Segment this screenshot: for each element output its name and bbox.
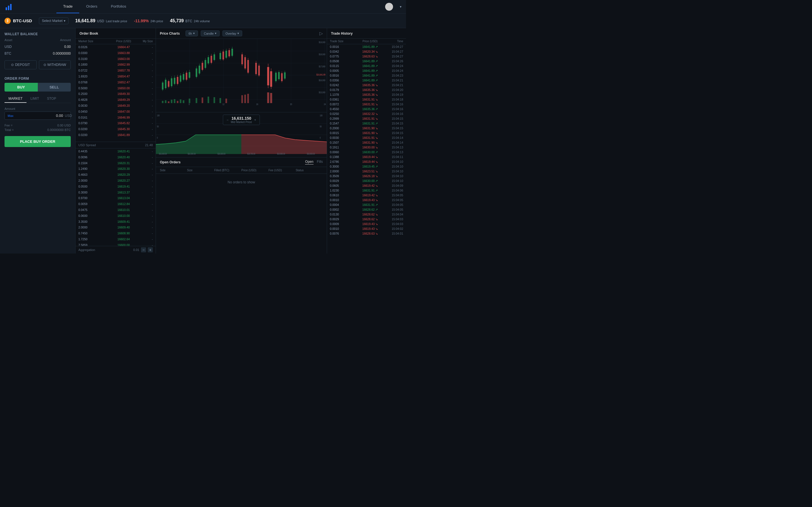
volume-currency: BTC [186,19,192,23]
svg-rect-88 [165,100,167,103]
ask-price: 16664.47 [109,45,139,50]
order-type-limit[interactable]: LIMIT [27,95,43,103]
oo-tab-fills[interactable]: Fills [317,160,323,165]
order-book-bid-row: 0.9700 16613.04 - [75,195,156,201]
bid-size: 0.3000 [79,190,109,195]
trade-time: 15:04:05 [384,193,403,197]
spread-row: USD Spread 21.48 [75,142,156,149]
trade-history-row: 0.0072 16631.91↘ 15:04:16 [327,102,406,107]
ask-price: 16650.00 [109,86,139,91]
trade-history-row: 0.0029 16628.62↘ 15:04:03 [327,217,406,221]
order-type-market[interactable]: MARKET [4,95,27,103]
nav-tab-portfolios[interactable]: Portfolios [104,0,133,13]
aggregation-decrease-button[interactable]: − [141,247,146,252]
trade-history-row: 0.2999 16631.91↘ 15:04:15 [327,116,406,121]
chart-type-selector[interactable]: Candle ▾ [201,31,220,36]
oo-tab-open[interactable]: Open [305,160,313,165]
chart-expand-icon[interactable]: ▷ [319,31,323,36]
trade-price: 16631.91↗ [357,203,384,207]
ask-mysize: - [139,45,153,50]
trade-size: 0.0775 [330,55,357,58]
trade-time: 15:04:13 [384,146,403,149]
wallet-header-asset: Asset [4,38,12,42]
deposit-button[interactable]: ⊙ DEPOSIT [4,60,37,69]
trade-size: 0.0115 [330,64,357,68]
trade-history-row: 0.3000 16619.45↗ 15:04:10 [327,164,406,169]
trade-time: 15:04:15 [384,122,403,125]
bid-size: 0.0475 [79,208,109,212]
amount-input[interactable] [16,114,63,118]
total-value: 0.00000000 BTC [47,128,71,131]
select-market-button[interactable]: ₿ Select Market ▾ [39,17,68,24]
depth-chart-area: 100 50 0 100 50 0 $16,400.00 $16,500.00 … [156,112,327,157]
order-type-stop[interactable]: STOP [43,95,60,103]
market-pair: ₿ BTC-USD [4,18,32,24]
ask-mysize: - [139,92,153,96]
order-book-ask-row: 0.4828 16649.29 - [75,97,156,103]
order-book-bid-row: 0.0096 16620.40 - [75,154,156,160]
direction-icon: ↗ [375,179,378,182]
place-order-button[interactable]: PLACE BUY ORDER [4,136,71,147]
bid-size: 1.7250 [79,237,109,242]
trade-price: 16631.91↘ [357,103,384,106]
trade-price: 16619.43↘ [357,227,384,230]
trade-size: 1.0230 [330,189,357,192]
sell-tab[interactable]: SELL [38,83,71,92]
direction-icon: ↘ [375,222,378,226]
svg-rect-100 [219,98,221,103]
center-panel: Price Charts 6h ▾ Candle ▾ Overlay ▾ ▷ [156,28,327,253]
svg-rect-92 [177,101,179,103]
trade-size: 0.4550 [330,107,357,111]
direction-icon: ↗ [375,45,378,48]
bid-price: 16620.31 [109,161,139,166]
trade-size: 0.0029 [330,217,357,221]
order-book-ask-row: 0.0790 16645.82 - [75,120,156,126]
trade-price: 16631.90↘ [357,131,384,135]
withdraw-button[interactable]: ⊙ WITHDRAW [39,60,71,69]
ob-header-size: Market Size [79,40,109,43]
trade-size: 0.0002 [330,208,357,211]
svg-rect-96 [196,98,197,103]
trade-size: 2.6786 [330,160,357,163]
trade-history-header: Trade Size Price (USD) Time [327,39,406,44]
svg-text:$19,000: $19,000 [319,41,325,44]
trade-history-row: 0.0029 16630.00↗ 15:04:10 [327,178,406,183]
nav-tab-trade[interactable]: Trade [56,0,79,13]
aggregation-increase-button[interactable]: + [148,247,153,252]
trade-price: 16619.44↘ [357,155,384,159]
logo-icon [6,3,11,10]
bid-price: 16612.84 [109,202,139,207]
trade-time: 15:04:27 [384,55,403,58]
bid-price: 16613.37 [109,190,139,195]
total-row: Total = 0.00000000 BTC [4,128,71,132]
svg-text:$16,600.00: $16,600.00 [217,152,225,156]
trade-price: 16631.91↘ [357,98,384,101]
svg-rect-95 [189,99,190,103]
trade-size: 0.0004 [330,203,357,207]
trade-size: 0.0015 [330,131,357,135]
time-selector[interactable]: 6h ▾ [186,31,198,36]
buy-tab[interactable]: BUY [4,83,38,92]
order-book-bid-row: 2.0000 16620.27 - [75,178,156,184]
last-price-value: 16,641.89 [75,18,95,23]
overlay-selector[interactable]: Overlay ▾ [222,31,242,36]
trade-time: 15:04:14 [384,141,403,144]
direction-icon: ↘ [375,55,378,58]
avatar[interactable] [385,3,393,11]
ask-size: 0.0300 [79,51,109,55]
direction-icon: ↘ [375,198,378,202]
wallet-asset-btc: BTC [4,52,11,55]
ask-price: 16663.00 [109,57,139,61]
trade-size: 1.1378 [330,93,357,96]
svg-text:$16,000: $16,000 [319,79,325,82]
wallet-amount-usd: 0.00 [64,45,71,49]
th-header-size: Trade Size [330,40,357,43]
trade-history-row: 0.0010 16619.43↘ 15:04:05 [327,198,406,202]
trade-price: 16631.91↗ [357,189,384,192]
max-link[interactable]: Max [8,114,13,117]
direction-icon: ↗ [375,189,378,192]
trade-size: 0.0605 [330,184,357,187]
trade-price: 16619.44↘ [357,160,384,163]
bid-mysize: - [139,178,153,183]
nav-tab-orders[interactable]: Orders [79,0,104,13]
